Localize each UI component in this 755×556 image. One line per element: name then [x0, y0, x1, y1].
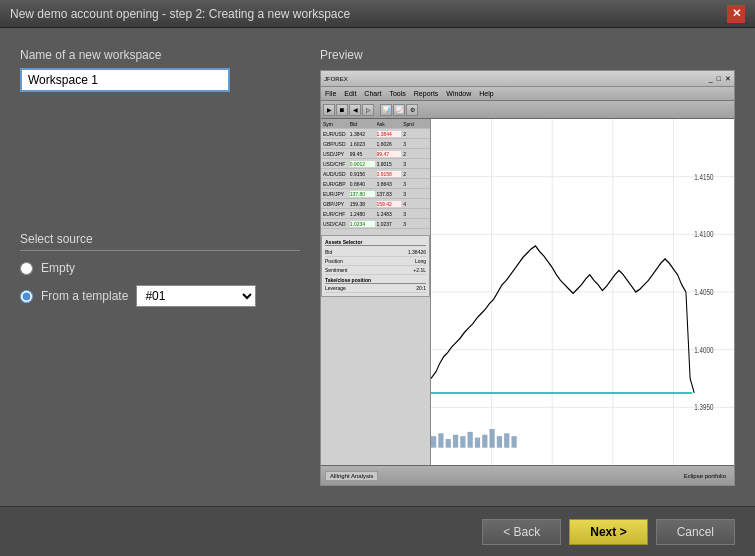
menu-reports[interactable]: Reports — [414, 90, 439, 97]
svg-rect-19 — [460, 436, 465, 448]
preview-app-title: JFOREX — [324, 76, 348, 82]
preview-container: JFOREX _ □ ✕ File Edit Chart Tools Repor… — [320, 70, 735, 486]
cancel-button[interactable]: Cancel — [656, 519, 735, 545]
data-header: Sym Bid Ask Sprd — [321, 119, 430, 129]
bottom-buttons: < Back Next > Cancel — [0, 506, 755, 556]
tb-btn-1[interactable]: ▶ — [323, 104, 335, 116]
bottom-tab-1[interactable]: Alllright Analysis — [325, 471, 378, 481]
preview-inner: JFOREX _ □ ✕ File Edit Chart Tools Repor… — [321, 71, 734, 485]
dialog-body: Name of a new workspace Select source Em… — [0, 28, 755, 556]
col-bid: Bid — [350, 121, 375, 127]
empty-radio[interactable] — [20, 262, 33, 275]
window-title: New demo account opening - step 2: Creat… — [10, 7, 350, 21]
info-row-2: PositionLong — [325, 257, 426, 266]
bottom-tab-2[interactable]: Eclipse portfolio — [680, 472, 730, 480]
preview-status-bar: Ready Connected, last ping: 12ms 9.8.45 — [321, 485, 734, 486]
workspace-name-group: Name of a new workspace — [20, 48, 300, 92]
col-ask: Ask — [377, 121, 402, 127]
menu-file[interactable]: File — [325, 90, 336, 97]
svg-rect-23 — [490, 429, 495, 448]
svg-rect-18 — [453, 435, 458, 448]
preview-label: Preview — [320, 48, 735, 62]
menu-window[interactable]: Window — [446, 90, 471, 97]
svg-rect-16 — [438, 433, 443, 447]
tb-btn-7[interactable]: ⚙ — [406, 104, 418, 116]
empty-radio-option[interactable]: Empty — [20, 261, 300, 275]
preview-content: Sym Bid Ask Sprd EUR/USD 1.3842 1.3844 2 — [321, 119, 734, 465]
info-row-1: Bid1.38426 — [325, 248, 426, 257]
preview-maximize[interactable]: □ — [717, 75, 721, 82]
info-row-4: Leverage20:1 — [325, 284, 426, 293]
info-row-3: Sentiment+2.1L — [325, 266, 426, 275]
col-symbol: Sym — [323, 121, 348, 127]
preview-info-panel: Assets Selector Bid1.38426 PositionLong … — [321, 235, 430, 297]
data-row-4: USD/CHF 0.9012 0.9015 3 — [321, 159, 430, 169]
template-radio[interactable] — [20, 290, 33, 303]
data-row-9: EUR/CHF 1.2480 1.2483 3 — [321, 209, 430, 219]
preview-data-panel: Sym Bid Ask Sprd EUR/USD 1.3842 1.3844 2 — [321, 119, 431, 465]
svg-rect-26 — [511, 436, 516, 448]
title-bar: New demo account opening - step 2: Creat… — [0, 0, 755, 28]
preview-toolbar: ▶ ⏹ ◀ ▷ 📊 📈 ⚙ — [321, 101, 734, 119]
back-button[interactable]: < Back — [482, 519, 561, 545]
data-row-10: USD/CAD 1.0234 1.0237 3 — [321, 219, 430, 229]
tb-btn-5[interactable]: 📊 — [380, 104, 392, 116]
data-row-1: EUR/USD 1.3842 1.3844 2 — [321, 129, 430, 139]
from-template-label: From a template — [41, 289, 128, 303]
workspace-name-label: Name of a new workspace — [20, 48, 300, 62]
svg-rect-17 — [446, 439, 451, 448]
svg-text:1.4050: 1.4050 — [694, 287, 713, 297]
right-panel: Preview JFOREX _ □ ✕ File — [320, 48, 735, 486]
info-subheader: Take/close position — [325, 277, 426, 284]
data-row-3: USD/JPY 99.45 99.47 2 — [321, 149, 430, 159]
menu-tools[interactable]: Tools — [389, 90, 405, 97]
svg-text:1.4100: 1.4100 — [694, 229, 713, 239]
next-button[interactable]: Next > — [569, 519, 647, 545]
preview-bottom-bar: Alllright Analysis Eclipse portfolio — [321, 465, 734, 485]
preview-chart[interactable]: 1.4150 1.4100 1.4050 1.4000 1.3950 — [431, 119, 734, 465]
menu-edit[interactable]: Edit — [344, 90, 356, 97]
data-row-6: EUR/GBP 0.8640 0.8643 3 — [321, 179, 430, 189]
svg-text:1.3950: 1.3950 — [694, 402, 713, 412]
svg-text:1.4000: 1.4000 — [694, 345, 713, 355]
col-spread: Sprd — [403, 121, 428, 127]
chart-svg: 1.4150 1.4100 1.4050 1.4000 1.3950 — [431, 119, 734, 465]
data-row-5: AUD/USD 0.9156 0.9158 2 — [321, 169, 430, 179]
tb-btn-4[interactable]: ▷ — [362, 104, 374, 116]
workspace-name-input[interactable] — [20, 68, 230, 92]
preview-minimize[interactable]: _ — [709, 75, 713, 82]
tb-btn-3[interactable]: ◀ — [349, 104, 361, 116]
svg-rect-15 — [431, 436, 436, 448]
svg-rect-22 — [482, 435, 487, 448]
from-template-radio-option[interactable]: From a template #01 #02 #03 — [20, 285, 300, 307]
preview-close[interactable]: ✕ — [725, 75, 731, 83]
empty-label: Empty — [41, 261, 75, 275]
select-source-label: Select source — [20, 232, 300, 251]
menu-help[interactable]: Help — [479, 90, 493, 97]
tb-btn-6[interactable]: 📈 — [393, 104, 405, 116]
data-row-7: EUR/JPY 137.80 137.83 3 — [321, 189, 430, 199]
preview-menu-bar: File Edit Chart Tools Reports Window Hel… — [321, 87, 734, 101]
close-button[interactable]: ✕ — [727, 5, 745, 23]
tb-btn-2[interactable]: ⏹ — [336, 104, 348, 116]
info-panel-title: Assets Selector — [325, 239, 426, 246]
svg-rect-21 — [475, 438, 480, 448]
data-row-2: GBP/USD 1.6023 1.6026 3 — [321, 139, 430, 149]
main-content: Name of a new workspace Select source Em… — [0, 28, 755, 506]
left-panel: Name of a new workspace Select source Em… — [20, 48, 300, 486]
svg-rect-25 — [504, 433, 509, 447]
template-select[interactable]: #01 #02 #03 — [136, 285, 256, 307]
data-row-8: GBP/JPY 159.38 159.42 4 — [321, 199, 430, 209]
svg-rect-20 — [468, 432, 473, 448]
svg-text:1.4150: 1.4150 — [694, 172, 713, 182]
svg-rect-24 — [497, 436, 502, 448]
select-source-group: Select source Empty From a template #01 … — [20, 232, 300, 317]
preview-topbar: JFOREX _ □ ✕ — [321, 71, 734, 87]
menu-chart[interactable]: Chart — [364, 90, 381, 97]
